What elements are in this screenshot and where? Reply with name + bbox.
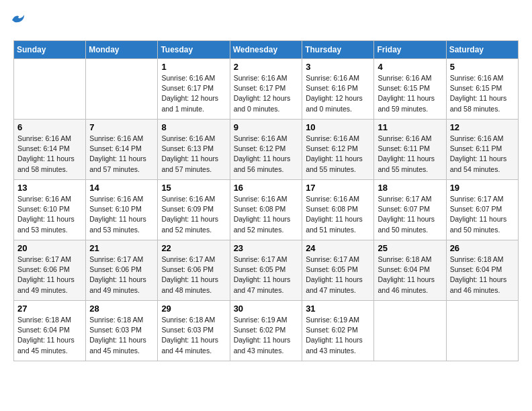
day-info: Sunrise: 6:16 AM Sunset: 6:09 PM Dayligh… xyxy=(161,194,226,235)
day-info: Sunrise: 6:19 AM Sunset: 6:02 PM Dayligh… xyxy=(306,315,370,356)
day-info: Sunrise: 6:16 AM Sunset: 6:13 PM Dayligh… xyxy=(161,134,226,175)
calendar-cell: 28Sunrise: 6:18 AM Sunset: 6:03 PM Dayli… xyxy=(86,301,158,361)
page-header xyxy=(13,13,519,34)
day-info: Sunrise: 6:18 AM Sunset: 6:04 PM Dayligh… xyxy=(378,255,442,295)
calendar-cell xyxy=(446,301,518,361)
day-number: 20 xyxy=(17,243,82,253)
calendar-cell: 3Sunrise: 6:16 AM Sunset: 6:16 PM Daylig… xyxy=(302,59,374,120)
day-info: Sunrise: 6:18 AM Sunset: 6:03 PM Dayligh… xyxy=(161,315,226,356)
day-number: 21 xyxy=(89,243,154,253)
calendar-cell: 31Sunrise: 6:19 AM Sunset: 6:02 PM Dayli… xyxy=(302,301,374,361)
header-cell-sunday: Sunday xyxy=(14,41,86,59)
day-info: Sunrise: 6:16 AM Sunset: 6:10 PM Dayligh… xyxy=(17,194,82,235)
calendar-cell: 7Sunrise: 6:16 AM Sunset: 6:14 PM Daylig… xyxy=(86,120,158,180)
header-cell-monday: Monday xyxy=(86,41,158,59)
day-info: Sunrise: 6:16 AM Sunset: 6:15 PM Dayligh… xyxy=(450,73,515,114)
header-cell-thursday: Thursday xyxy=(302,41,374,59)
day-number: 10 xyxy=(306,122,370,132)
day-info: Sunrise: 6:17 AM Sunset: 6:05 PM Dayligh… xyxy=(306,255,370,295)
day-info: Sunrise: 6:17 AM Sunset: 6:07 PM Dayligh… xyxy=(450,194,515,235)
calendar-cell: 2Sunrise: 6:16 AM Sunset: 6:17 PM Daylig… xyxy=(230,59,302,120)
day-number: 13 xyxy=(17,183,82,193)
header-row: SundayMondayTuesdayWednesdayThursdayFrid… xyxy=(14,41,519,59)
day-number: 18 xyxy=(378,183,442,193)
calendar-week-row: 1Sunrise: 6:16 AM Sunset: 6:17 PM Daylig… xyxy=(14,59,519,120)
calendar-cell: 4Sunrise: 6:16 AM Sunset: 6:15 PM Daylig… xyxy=(374,59,446,120)
day-info: Sunrise: 6:16 AM Sunset: 6:17 PM Dayligh… xyxy=(161,73,226,114)
header-cell-tuesday: Tuesday xyxy=(158,41,230,59)
calendar-cell: 24Sunrise: 6:17 AM Sunset: 6:05 PM Dayli… xyxy=(302,240,374,301)
calendar-week-row: 6Sunrise: 6:16 AM Sunset: 6:14 PM Daylig… xyxy=(14,120,519,180)
day-info: Sunrise: 6:16 AM Sunset: 6:11 PM Dayligh… xyxy=(450,134,515,175)
calendar-cell: 17Sunrise: 6:16 AM Sunset: 6:08 PM Dayli… xyxy=(302,180,374,240)
calendar-cell: 8Sunrise: 6:16 AM Sunset: 6:13 PM Daylig… xyxy=(158,120,230,180)
calendar-cell: 19Sunrise: 6:17 AM Sunset: 6:07 PM Dayli… xyxy=(446,180,518,240)
day-number: 30 xyxy=(234,304,299,314)
logo xyxy=(13,13,26,34)
header-cell-friday: Friday xyxy=(374,41,446,59)
calendar-cell: 30Sunrise: 6:19 AM Sunset: 6:02 PM Dayli… xyxy=(230,301,302,361)
day-info: Sunrise: 6:16 AM Sunset: 6:12 PM Dayligh… xyxy=(306,134,370,175)
header-cell-wednesday: Wednesday xyxy=(230,41,302,59)
day-info: Sunrise: 6:16 AM Sunset: 6:14 PM Dayligh… xyxy=(17,134,82,175)
day-info: Sunrise: 6:17 AM Sunset: 6:05 PM Dayligh… xyxy=(234,255,299,295)
calendar-cell: 12Sunrise: 6:16 AM Sunset: 6:11 PM Dayli… xyxy=(446,120,518,180)
calendar-cell: 6Sunrise: 6:16 AM Sunset: 6:14 PM Daylig… xyxy=(14,120,86,180)
day-info: Sunrise: 6:18 AM Sunset: 6:04 PM Dayligh… xyxy=(450,255,515,295)
calendar-cell xyxy=(14,59,86,120)
day-info: Sunrise: 6:19 AM Sunset: 6:02 PM Dayligh… xyxy=(234,315,299,356)
day-number: 8 xyxy=(161,122,226,132)
day-info: Sunrise: 6:17 AM Sunset: 6:06 PM Dayligh… xyxy=(17,255,82,295)
calendar-cell: 15Sunrise: 6:16 AM Sunset: 6:09 PM Dayli… xyxy=(158,180,230,240)
day-number: 27 xyxy=(17,304,82,314)
day-number: 15 xyxy=(161,183,226,193)
day-number: 12 xyxy=(450,122,515,132)
calendar-header: SundayMondayTuesdayWednesdayThursdayFrid… xyxy=(14,41,519,59)
day-info: Sunrise: 6:16 AM Sunset: 6:10 PM Dayligh… xyxy=(89,194,154,235)
day-number: 23 xyxy=(234,243,299,253)
day-number: 9 xyxy=(234,122,299,132)
calendar-week-row: 13Sunrise: 6:16 AM Sunset: 6:10 PM Dayli… xyxy=(14,180,519,240)
calendar-cell: 18Sunrise: 6:17 AM Sunset: 6:07 PM Dayli… xyxy=(374,180,446,240)
calendar-cell: 20Sunrise: 6:17 AM Sunset: 6:06 PM Dayli… xyxy=(14,240,86,301)
calendar-week-row: 27Sunrise: 6:18 AM Sunset: 6:04 PM Dayli… xyxy=(14,301,519,361)
day-info: Sunrise: 6:16 AM Sunset: 6:11 PM Dayligh… xyxy=(378,134,442,175)
day-info: Sunrise: 6:17 AM Sunset: 6:06 PM Dayligh… xyxy=(89,255,154,295)
calendar-cell: 23Sunrise: 6:17 AM Sunset: 6:05 PM Dayli… xyxy=(230,240,302,301)
calendar-body: 1Sunrise: 6:16 AM Sunset: 6:17 PM Daylig… xyxy=(14,59,519,361)
calendar-cell: 26Sunrise: 6:18 AM Sunset: 6:04 PM Dayli… xyxy=(446,240,518,301)
day-info: Sunrise: 6:16 AM Sunset: 6:16 PM Dayligh… xyxy=(306,73,370,114)
day-number: 11 xyxy=(378,122,442,132)
day-number: 19 xyxy=(450,183,515,193)
day-number: 22 xyxy=(161,243,226,253)
calendar-cell: 9Sunrise: 6:16 AM Sunset: 6:12 PM Daylig… xyxy=(230,120,302,180)
calendar-cell: 5Sunrise: 6:16 AM Sunset: 6:15 PM Daylig… xyxy=(446,59,518,120)
day-number: 26 xyxy=(450,243,515,253)
calendar-cell: 25Sunrise: 6:18 AM Sunset: 6:04 PM Dayli… xyxy=(374,240,446,301)
calendar-week-row: 20Sunrise: 6:17 AM Sunset: 6:06 PM Dayli… xyxy=(14,240,519,301)
day-number: 14 xyxy=(89,183,154,193)
day-number: 24 xyxy=(306,243,370,253)
calendar-cell: 29Sunrise: 6:18 AM Sunset: 6:03 PM Dayli… xyxy=(158,301,230,361)
day-number: 29 xyxy=(161,304,226,314)
calendar-cell: 10Sunrise: 6:16 AM Sunset: 6:12 PM Dayli… xyxy=(302,120,374,180)
day-number: 2 xyxy=(234,62,299,72)
day-number: 6 xyxy=(17,122,82,132)
calendar-cell: 1Sunrise: 6:16 AM Sunset: 6:17 PM Daylig… xyxy=(158,59,230,120)
day-info: Sunrise: 6:16 AM Sunset: 6:17 PM Dayligh… xyxy=(234,73,299,114)
day-info: Sunrise: 6:17 AM Sunset: 6:07 PM Dayligh… xyxy=(378,194,442,235)
calendar-cell: 13Sunrise: 6:16 AM Sunset: 6:10 PM Dayli… xyxy=(14,180,86,240)
day-number: 25 xyxy=(378,243,442,253)
day-info: Sunrise: 6:16 AM Sunset: 6:14 PM Dayligh… xyxy=(89,134,154,175)
day-number: 3 xyxy=(306,62,370,72)
calendar-cell xyxy=(374,301,446,361)
calendar-cell: 27Sunrise: 6:18 AM Sunset: 6:04 PM Dayli… xyxy=(14,301,86,361)
day-info: Sunrise: 6:17 AM Sunset: 6:06 PM Dayligh… xyxy=(161,255,226,295)
day-number: 7 xyxy=(89,122,154,132)
day-info: Sunrise: 6:18 AM Sunset: 6:03 PM Dayligh… xyxy=(89,315,154,356)
day-number: 16 xyxy=(234,183,299,193)
header-cell-saturday: Saturday xyxy=(446,41,518,59)
day-info: Sunrise: 6:16 AM Sunset: 6:15 PM Dayligh… xyxy=(378,73,442,114)
day-number: 17 xyxy=(306,183,370,193)
day-number: 31 xyxy=(306,304,370,314)
